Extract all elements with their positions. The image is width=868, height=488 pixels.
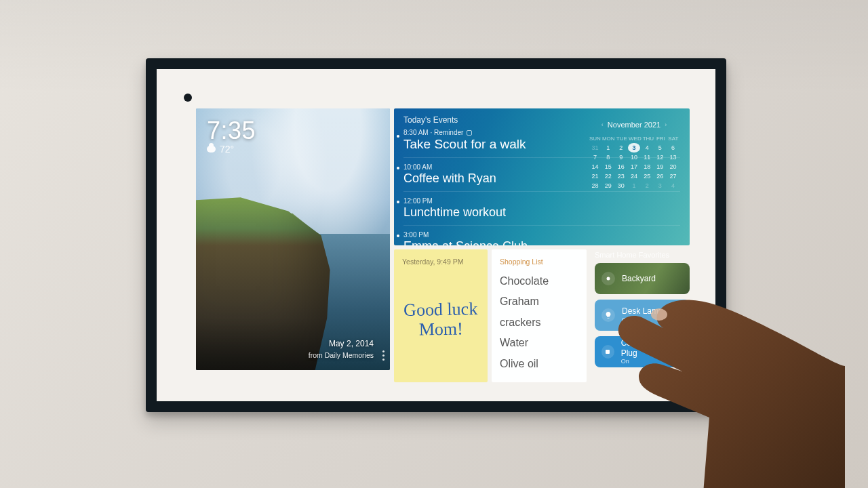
smart-tile-coffee-plug[interactable]: Coffee Smart PlugOn	[595, 336, 690, 367]
calendar-day[interactable]: 4	[642, 143, 653, 152]
camera-icon	[601, 272, 615, 285]
calendar-day[interactable]: 18	[642, 162, 653, 171]
device-mat: 7:35 72° May 2, 2014 from Daily Memories…	[157, 69, 715, 401]
shopping-title: Shopping List	[500, 258, 578, 266]
calendar-day[interactable]: 8	[602, 152, 614, 162]
calendar-day[interactable]: 14	[589, 162, 601, 171]
clock-time: 7:35	[207, 117, 256, 145]
calendar-day[interactable]: 9	[615, 152, 627, 162]
calendar-day[interactable]: 23	[615, 171, 627, 181]
sticky-note-widget[interactable]: Yesterday, 9:49 PM Good luck Mom!	[394, 249, 488, 382]
cloud-icon	[207, 146, 216, 152]
temperature: 72°	[220, 144, 234, 155]
calendar-day[interactable]: 27	[667, 171, 679, 181]
calendar-day[interactable]: 6	[667, 143, 679, 152]
chevron-right-icon[interactable]: ›	[665, 121, 667, 128]
smart-tile-desk-lamp[interactable]: Desk LampOff	[595, 300, 690, 331]
calendar-day[interactable]: 29	[602, 181, 614, 190]
svg-point-0	[607, 277, 610, 281]
calendar-day[interactable]: 21	[589, 171, 601, 181]
note-body: Good luck Mom!	[401, 265, 481, 375]
smart-title: Smart Home Favorites	[595, 251, 690, 259]
weather-readout: 72°	[207, 144, 234, 155]
reminder-icon	[467, 130, 472, 136]
calendar-day[interactable]: 15	[602, 162, 614, 171]
calendar-day[interactable]: 28	[589, 181, 601, 190]
calendar-day[interactable]: 30	[615, 181, 627, 190]
calendar-day[interactable]: 1	[602, 143, 614, 152]
calendar-day[interactable]: 12	[654, 152, 666, 162]
calendar-day[interactable]: 5	[654, 143, 666, 152]
chevron-left-icon[interactable]: ‹	[601, 121, 604, 128]
calendar-day[interactable]: 16	[615, 162, 627, 171]
calendar-day[interactable]: 3	[654, 181, 666, 190]
calendar-day[interactable]: 26	[654, 171, 666, 181]
shopping-list-widget[interactable]: Shopping List ChocolateGraham crackersWa…	[492, 249, 587, 382]
calendar-day[interactable]: 22	[602, 171, 614, 181]
right-stack: Today's Events 8:30 AM · Reminder Take S…	[394, 108, 690, 370]
shopping-item[interactable]: Olive oil	[500, 354, 578, 374]
event-item[interactable]: 3:00 PM Emma at Science Club	[403, 225, 680, 245]
calendar-day[interactable]: 13	[667, 152, 679, 162]
note-timestamp: Yesterday, 9:49 PM	[402, 258, 479, 266]
calendar-day[interactable]: 1	[628, 181, 639, 190]
calendar-day[interactable]: 24	[628, 171, 639, 181]
calendar-day[interactable]: 11	[642, 152, 653, 162]
calendar-day[interactable]: 17	[628, 162, 639, 171]
calendar-day[interactable]: 2	[615, 143, 627, 152]
shopping-item[interactable]: Water	[500, 333, 578, 353]
camera-dot	[184, 94, 192, 102]
calendar-day[interactable]: 2	[642, 181, 653, 190]
shopping-items: ChocolateGraham crackersWaterOlive oil	[500, 271, 578, 374]
events-panel[interactable]: Today's Events 8:30 AM · Reminder Take S…	[394, 108, 690, 245]
photo-source: from Daily Memories	[309, 350, 374, 361]
plug-icon	[601, 345, 614, 359]
photo-meta: May 2, 2014 from Daily Memories	[309, 338, 374, 361]
photo-panel[interactable]: 7:35 72° May 2, 2014 from Daily Memories	[196, 108, 390, 370]
more-icon[interactable]	[382, 350, 384, 361]
shopping-item[interactable]: Chocolate	[500, 271, 578, 291]
calendar-day[interactable]: 7	[589, 152, 601, 162]
bulb-icon	[601, 308, 615, 322]
photo-date: May 2, 2014	[309, 338, 374, 350]
device-frame: 7:35 72° May 2, 2014 from Daily Memories…	[146, 58, 726, 412]
svg-rect-1	[606, 350, 610, 354]
shopping-item[interactable]: Graham crackers	[500, 291, 578, 333]
calendar-day[interactable]: 10	[628, 152, 639, 162]
home-screen: 7:35 72° May 2, 2014 from Daily Memories…	[196, 108, 690, 370]
calendar-day[interactable]: 19	[654, 162, 666, 171]
calendar-day[interactable]: 31	[589, 143, 601, 152]
event-item[interactable]: 12:00 PM Lunchtime workout	[403, 191, 680, 225]
smart-home-widget: Smart Home Favorites Backyard Desk LampO…	[591, 249, 690, 382]
calendar-day[interactable]: 3	[628, 143, 639, 152]
calendar-day[interactable]: 25	[642, 171, 653, 181]
mini-calendar[interactable]: ‹November 2021› SUNMONTUEWEDTHUFRISAT 31…	[589, 121, 679, 190]
calendar-day[interactable]: 4	[667, 181, 679, 190]
calendar-day[interactable]: 20	[667, 162, 679, 171]
widgets-row: Yesterday, 9:49 PM Good luck Mom! Shoppi…	[394, 249, 690, 382]
smart-tile-backyard[interactable]: Backyard	[595, 263, 690, 294]
